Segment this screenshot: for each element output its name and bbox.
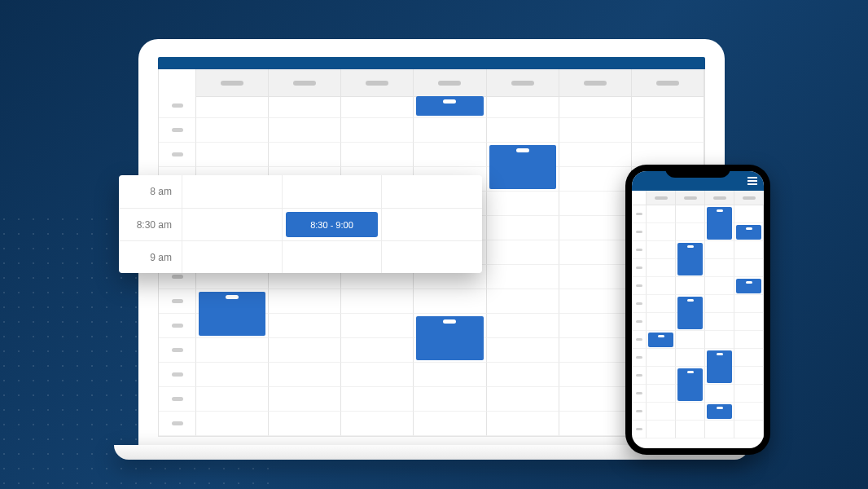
calendar-cell[interactable] — [705, 403, 734, 421]
calendar-cell[interactable] — [559, 289, 632, 314]
calendar-cell[interactable] — [559, 118, 632, 143]
calendar-cell[interactable] — [487, 240, 559, 265]
calendar-cell[interactable] — [734, 367, 764, 385]
calendar-cell[interactable] — [487, 338, 559, 363]
calendar-cell[interactable] — [734, 403, 764, 421]
day-header[interactable] — [734, 191, 764, 205]
calendar-cell[interactable] — [705, 223, 734, 241]
calendar-cell[interactable] — [734, 205, 764, 223]
day-header[interactable] — [414, 69, 486, 97]
zoom-cell[interactable]: 8:30 - 9:00 — [283, 209, 383, 240]
calendar-cell[interactable] — [705, 331, 734, 349]
calendar-cell[interactable] — [559, 167, 632, 192]
calendar-cell[interactable] — [647, 241, 676, 259]
calendar-cell[interactable] — [705, 295, 734, 313]
calendar-cell[interactable] — [414, 289, 486, 314]
calendar-cell[interactable] — [647, 277, 676, 295]
calendar-event[interactable] — [736, 279, 761, 293]
calendar-cell[interactable] — [647, 205, 676, 223]
calendar-cell[interactable] — [559, 314, 632, 338]
calendar-cell[interactable] — [269, 94, 341, 118]
day-header[interactable] — [676, 191, 705, 205]
calendar-cell[interactable] — [647, 331, 676, 349]
calendar-cell[interactable] — [559, 143, 632, 167]
calendar-cell[interactable] — [559, 412, 632, 436]
calendar-cell[interactable] — [269, 387, 341, 412]
zoom-cell[interactable] — [182, 241, 283, 273]
calendar-cell[interactable] — [676, 421, 705, 438]
calendar-cell[interactable] — [487, 94, 559, 118]
calendar-cell[interactable] — [196, 338, 269, 363]
calendar-cell[interactable] — [632, 94, 704, 118]
calendar-cell[interactable] — [487, 167, 559, 192]
day-header[interactable] — [559, 69, 632, 97]
zoom-cell[interactable] — [283, 241, 383, 273]
calendar-cell[interactable] — [414, 94, 486, 118]
calendar-event[interactable] — [736, 225, 761, 240]
calendar-cell[interactable] — [487, 387, 559, 412]
calendar-cell[interactable] — [414, 338, 486, 363]
calendar-cell[interactable] — [341, 118, 414, 143]
calendar-cell[interactable] — [341, 363, 414, 387]
calendar-cell[interactable] — [705, 421, 734, 438]
day-header[interactable] — [705, 191, 734, 205]
calendar-cell[interactable] — [676, 403, 705, 421]
calendar-cell[interactable] — [734, 349, 764, 367]
phone-calendar-grid[interactable] — [632, 205, 764, 448]
calendar-cell[interactable] — [734, 241, 764, 259]
calendar-cell[interactable] — [676, 241, 705, 259]
calendar-cell[interactable] — [734, 313, 764, 331]
calendar-cell[interactable] — [647, 385, 676, 403]
calendar-cell[interactable] — [559, 338, 632, 363]
calendar-cell[interactable] — [676, 277, 705, 295]
calendar-event[interactable] — [707, 404, 732, 419]
calendar-cell[interactable] — [676, 259, 705, 277]
day-header[interactable] — [196, 69, 269, 97]
calendar-cell[interactable] — [647, 349, 676, 367]
day-header[interactable] — [632, 69, 704, 97]
calendar-cell[interactable] — [632, 118, 704, 143]
calendar-cell[interactable] — [487, 192, 559, 216]
day-header[interactable] — [487, 69, 559, 97]
calendar-cell[interactable] — [487, 314, 559, 338]
calendar-cell[interactable] — [734, 385, 764, 403]
calendar-cell[interactable] — [269, 412, 341, 436]
calendar-cell[interactable] — [559, 240, 632, 265]
calendar-cell[interactable] — [705, 241, 734, 259]
calendar-cell[interactable] — [559, 216, 632, 240]
calendar-cell[interactable] — [559, 265, 632, 289]
calendar-cell[interactable] — [414, 143, 486, 167]
calendar-cell[interactable] — [647, 367, 676, 385]
calendar-cell[interactable] — [705, 367, 734, 385]
calendar-cell[interactable] — [705, 313, 734, 331]
calendar-cell[interactable] — [414, 118, 486, 143]
calendar-cell[interactable] — [705, 277, 734, 295]
zoom-cell[interactable] — [182, 175, 283, 208]
calendar-cell[interactable] — [647, 259, 676, 277]
calendar-cell[interactable] — [269, 118, 341, 143]
calendar-cell[interactable] — [269, 338, 341, 363]
calendar-cell[interactable] — [487, 118, 559, 143]
day-header[interactable] — [341, 69, 414, 97]
calendar-cell[interactable] — [559, 192, 632, 216]
calendar-cell[interactable] — [647, 421, 676, 438]
calendar-cell[interactable] — [341, 314, 414, 338]
calendar-cell[interactable] — [414, 412, 486, 436]
calendar-cell[interactable] — [676, 313, 705, 331]
calendar-cell[interactable] — [676, 367, 705, 385]
calendar-cell[interactable] — [341, 289, 414, 314]
calendar-cell[interactable] — [196, 363, 269, 387]
calendar-cell[interactable] — [341, 387, 414, 412]
zoom-cell[interactable] — [382, 209, 482, 240]
calendar-cell[interactable] — [196, 94, 269, 118]
calendar-event[interactable] — [648, 333, 673, 347]
hamburger-menu-icon[interactable] — [747, 177, 757, 185]
calendar-cell[interactable] — [487, 412, 559, 436]
calendar-cell[interactable] — [269, 314, 341, 338]
calendar-cell[interactable] — [196, 387, 269, 412]
calendar-cell[interactable] — [414, 387, 486, 412]
zoom-cell[interactable] — [283, 175, 383, 208]
calendar-cell[interactable] — [487, 265, 559, 289]
calendar-cell[interactable] — [196, 314, 269, 338]
day-header[interactable] — [269, 69, 341, 97]
